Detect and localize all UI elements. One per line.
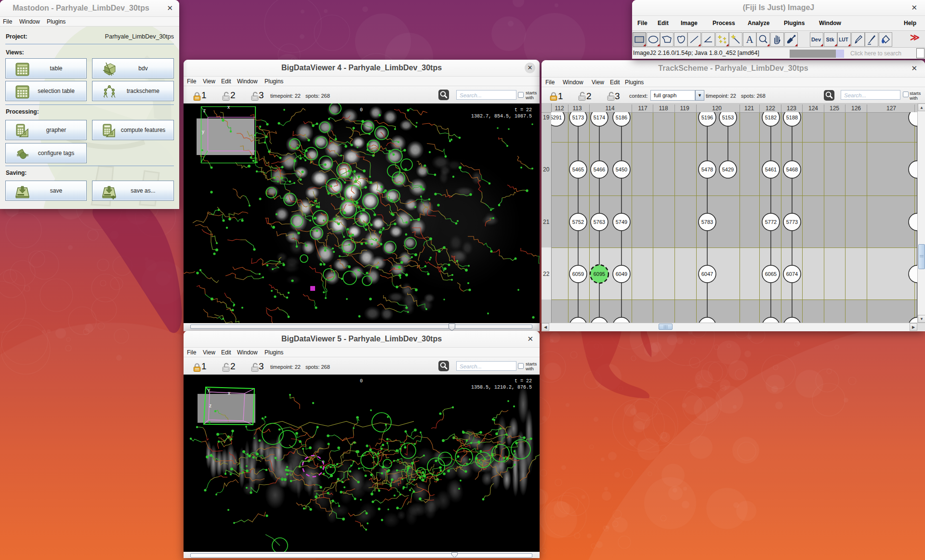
svg-text:6049: 6049 <box>616 271 627 277</box>
svg-text:5429: 5429 <box>722 167 734 172</box>
svg-text:123: 123 <box>787 105 796 112</box>
svg-text:5783: 5783 <box>701 219 713 225</box>
svg-text:20: 20 <box>543 166 550 173</box>
svg-text:5196: 5196 <box>701 115 713 120</box>
svg-text:127: 127 <box>886 105 896 112</box>
svg-text:6047: 6047 <box>701 271 713 277</box>
svg-text:A: A <box>746 34 753 45</box>
svg-text:118: 118 <box>659 105 668 112</box>
svg-text:126: 126 <box>851 105 861 112</box>
svg-text:6095: 6095 <box>594 271 605 277</box>
svg-text:y: y <box>202 129 204 134</box>
svg-text:x: x <box>228 391 230 396</box>
svg-text:5466: 5466 <box>594 167 605 172</box>
svg-text:22: 22 <box>543 271 550 277</box>
svg-text:5153: 5153 <box>722 115 734 120</box>
svg-text:5188: 5188 <box>786 115 798 120</box>
svg-text:5461: 5461 <box>765 167 777 172</box>
svg-text:5182: 5182 <box>765 115 777 120</box>
svg-text:LUT: LUT <box>839 37 848 42</box>
svg-text:Stk: Stk <box>826 37 834 42</box>
svg-text:5749: 5749 <box>616 219 627 225</box>
svg-text:5773: 5773 <box>786 219 798 225</box>
svg-text:0: 0 <box>360 378 363 384</box>
svg-text:119: 119 <box>680 105 689 112</box>
svg-text:z: z <box>203 108 206 113</box>
svg-text:5174: 5174 <box>594 115 605 120</box>
svg-text:5291: 5291 <box>550 115 562 120</box>
svg-text:19: 19 <box>543 114 550 121</box>
svg-text:112: 112 <box>555 105 564 112</box>
svg-text:6074: 6074 <box>786 271 798 277</box>
svg-text:5772: 5772 <box>765 219 777 225</box>
svg-text:120: 120 <box>712 105 722 112</box>
svg-text:6059: 6059 <box>572 271 584 277</box>
svg-text:5763: 5763 <box>594 219 605 225</box>
svg-text:122: 122 <box>766 105 775 112</box>
svg-text:6065: 6065 <box>765 271 777 277</box>
svg-text:124: 124 <box>808 105 818 112</box>
svg-text:5468: 5468 <box>786 167 798 172</box>
svg-text:1382.7, 854.5, 1087.5: 1382.7, 854.5, 1087.5 <box>471 114 532 119</box>
svg-text:z: z <box>209 403 211 408</box>
svg-text:x: x <box>227 104 230 110</box>
svg-text:0: 0 <box>360 107 363 113</box>
svg-text:125: 125 <box>830 105 839 112</box>
svg-text:5173: 5173 <box>572 115 584 120</box>
svg-text:5450: 5450 <box>616 167 627 172</box>
svg-text:121: 121 <box>744 105 754 112</box>
svg-text:114: 114 <box>605 105 614 112</box>
svg-text:t = 22: t = 22 <box>515 107 532 113</box>
svg-text:5465: 5465 <box>572 167 584 172</box>
svg-text:1358.5, 1210.2, 876.5: 1358.5, 1210.2, 876.5 <box>471 385 532 390</box>
svg-text:21: 21 <box>543 219 550 225</box>
svg-text:5186: 5186 <box>616 115 627 120</box>
svg-text:5478: 5478 <box>701 167 713 172</box>
svg-text:Dev: Dev <box>811 37 821 42</box>
svg-text:113: 113 <box>572 105 581 112</box>
svg-text:y: y <box>208 387 210 392</box>
svg-text:5752: 5752 <box>572 219 584 225</box>
svg-text:117: 117 <box>638 105 647 112</box>
svg-text:t = 22: t = 22 <box>515 378 532 384</box>
